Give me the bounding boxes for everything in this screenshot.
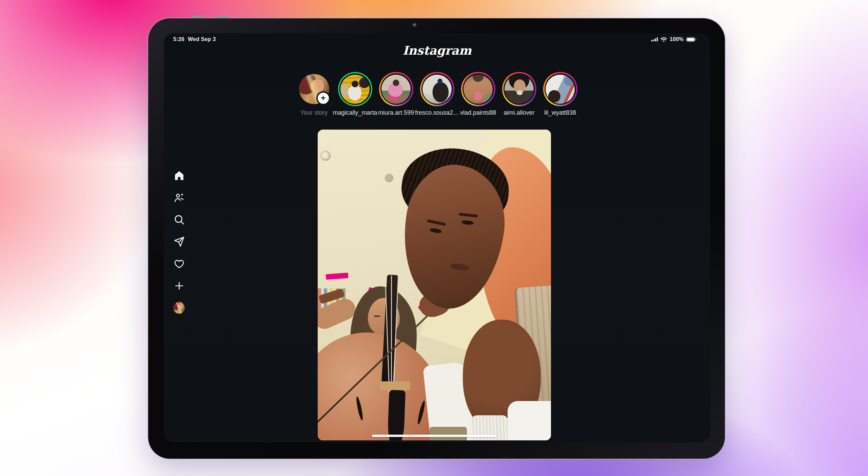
sidebar-nav xyxy=(173,170,185,313)
feed-post-photo[interactable] xyxy=(318,130,551,440)
profile-avatar xyxy=(173,302,185,314)
cello-tailpiece xyxy=(387,390,406,440)
story-username: lil_wyatt838 xyxy=(544,109,576,116)
cello-bridge xyxy=(380,381,410,390)
story-item[interactable]: fresco.sousa2… xyxy=(417,72,458,116)
add-story-plus-icon[interactable]: + xyxy=(316,91,330,105)
send-icon xyxy=(174,236,185,247)
story-item-your-story[interactable]: + Your story xyxy=(294,72,335,116)
story-username: fresco.sousa2… xyxy=(415,109,459,116)
battery-icon xyxy=(686,37,697,42)
sidebar-item-friends[interactable] xyxy=(173,192,185,203)
story-item[interactable]: magically_marta xyxy=(335,72,376,116)
sidebar-item-search[interactable] xyxy=(173,214,185,225)
white-fabric xyxy=(508,401,551,440)
ceiling-light xyxy=(320,151,331,161)
sidebar-item-home[interactable] xyxy=(173,170,185,181)
home-indicator[interactable] xyxy=(372,435,497,437)
home-icon xyxy=(174,170,185,181)
search-icon xyxy=(174,214,185,225)
screenshot-stage: 5:26Wed Sep 3 100% Instagram + xyxy=(0,0,868,476)
story-item[interactable]: aimi.allover xyxy=(499,72,540,116)
story-username: Your story xyxy=(300,109,328,116)
cellular-signal-icon xyxy=(651,37,658,41)
instagram-logo: Instagram xyxy=(164,43,710,57)
story-avatar xyxy=(546,75,575,104)
sidebar-item-create[interactable] xyxy=(173,280,185,291)
story-ring-close-friends xyxy=(338,72,372,106)
plus-icon xyxy=(174,280,185,291)
story-username: miura.art.599 xyxy=(378,109,414,116)
sidebar-item-messages[interactable] xyxy=(173,236,185,247)
story-avatar xyxy=(381,75,411,104)
story-username: vlad.paints88 xyxy=(460,109,496,116)
story-avatar: + xyxy=(299,74,329,104)
story-username: aimi.allover xyxy=(504,109,534,116)
status-bar-left: 5:26Wed Sep 3 xyxy=(173,36,216,42)
battery-percent: 100% xyxy=(670,36,684,42)
story-username: magically_marta xyxy=(333,109,377,116)
instagram-app-screen: 5:26Wed Sep 3 100% Instagram + xyxy=(164,33,710,442)
status-bar-right: 100% xyxy=(651,36,697,42)
story-ring xyxy=(420,72,454,106)
sidebar-item-notifications[interactable] xyxy=(173,258,185,269)
sensor-dot xyxy=(453,24,455,26)
story-ring xyxy=(461,72,495,106)
stories-tray: + Your story magically_marta miura.art.5… xyxy=(164,72,710,116)
story-ring xyxy=(502,72,536,106)
story-item[interactable]: lil_wyatt838 xyxy=(540,72,581,116)
ceiling-fixture xyxy=(385,174,393,182)
khaki-fabric xyxy=(430,427,467,440)
friends-icon xyxy=(174,192,185,203)
story-avatar xyxy=(422,75,452,104)
story-ring xyxy=(379,72,413,106)
story-avatar xyxy=(340,75,370,104)
status-time: 5:26 xyxy=(173,36,184,42)
story-ring: + xyxy=(297,72,331,106)
story-item[interactable]: vlad.paints88 xyxy=(458,72,499,116)
status-date: Wed Sep 3 xyxy=(188,36,216,42)
sidebar-item-profile[interactable] xyxy=(173,302,185,313)
story-item[interactable]: miura.art.599 xyxy=(376,72,417,116)
wifi-icon xyxy=(660,37,667,42)
story-avatar xyxy=(505,75,534,104)
front-camera-icon xyxy=(413,23,417,27)
story-avatar xyxy=(463,75,493,104)
story-ring xyxy=(543,72,577,106)
heart-icon xyxy=(174,258,185,269)
